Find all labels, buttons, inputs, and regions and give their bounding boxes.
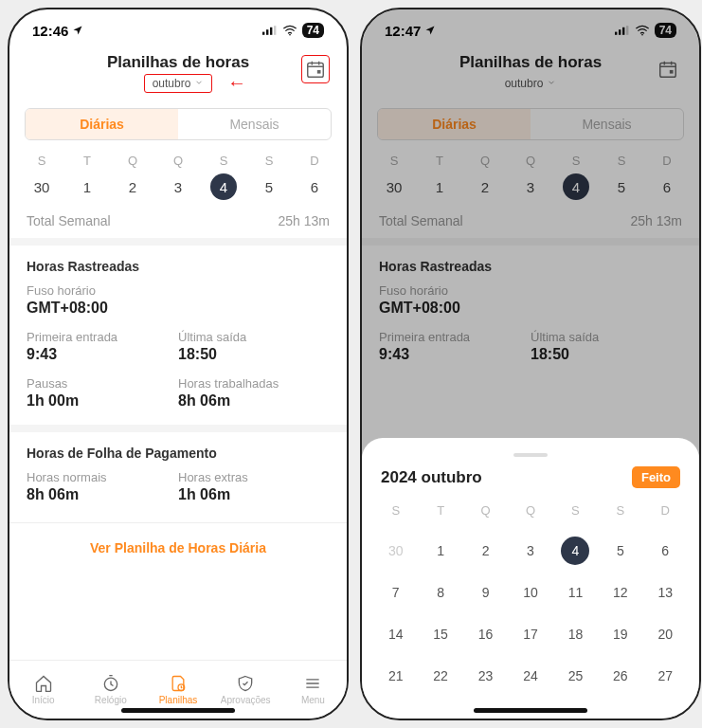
calendar-dow: S (553, 498, 598, 523)
sheet-grab-handle[interactable] (513, 453, 548, 457)
breaks-value: 1h 00m (27, 392, 178, 410)
calendar-day[interactable]: 1 (418, 537, 462, 565)
calendar-day[interactable]: 10 (508, 578, 552, 607)
wifi-icon (635, 23, 650, 39)
timezone-label: Fuso horário (27, 283, 330, 298)
home-indicator (474, 708, 587, 713)
tracked-hours-title: Horas Rastreadas (27, 259, 330, 274)
document-clock-icon (169, 674, 188, 693)
week-day[interactable]: S30 (26, 154, 58, 200)
calendar-day[interactable]: 21 (373, 662, 418, 690)
week-day-selected[interactable]: S4 (560, 154, 592, 200)
month-selector-label: outubro (505, 77, 544, 90)
calendar-day[interactable]: 11 (553, 578, 598, 607)
calendar-dow: S (373, 498, 418, 523)
calendar-day[interactable]: 26 (598, 662, 642, 690)
calendar-day[interactable]: 17 (508, 620, 552, 648)
svg-rect-1 (266, 29, 268, 35)
calendar-day[interactable]: 9 (463, 578, 508, 607)
menu-icon (303, 674, 322, 693)
week-day[interactable]: S5 (253, 154, 285, 200)
home-indicator (121, 708, 235, 713)
weekly-total-row: Total Semanal 25h 13m (9, 204, 347, 246)
week-day[interactable]: Q3 (162, 154, 194, 200)
week-day-selected[interactable]: S4 (207, 154, 240, 200)
week-day[interactable]: T1 (71, 154, 103, 200)
status-bar: 12:46 74 (9, 9, 347, 51)
tab-daily[interactable]: Diárias (378, 109, 531, 139)
week-day[interactable]: Q3 (514, 154, 547, 200)
calendar-day[interactable]: 12 (598, 578, 642, 607)
week-day[interactable]: S5 (605, 154, 638, 200)
tracked-hours-section: Horas Rastreadas Fuso horárioGMT+08:00 P… (9, 246, 347, 425)
calendar-day[interactable]: 2 (463, 537, 508, 565)
calendar-day[interactable]: 27 (643, 662, 688, 690)
calendar-day[interactable]: 16 (463, 620, 508, 648)
calendar-day[interactable]: 14 (373, 620, 418, 648)
calendar-day[interactable]: 3 (508, 537, 552, 565)
week-day[interactable]: S30 (378, 154, 410, 200)
payroll-hours-title: Horas de Folha de Pagamento (27, 446, 330, 461)
calendar-day[interactable]: 15 (418, 620, 462, 648)
week-day[interactable]: Q2 (117, 154, 149, 200)
stopwatch-icon (101, 674, 120, 693)
calendar-icon (657, 59, 678, 80)
calendar-day[interactable]: 6 (643, 537, 688, 565)
view-tabs: Diárias Mensais (25, 108, 332, 140)
last-out-label: Última saída (178, 330, 330, 344)
week-day[interactable]: T1 (423, 154, 456, 200)
timezone-label: Fuso horário (379, 283, 682, 298)
week-day[interactable]: D6 (298, 154, 331, 200)
nav-home[interactable]: Início (9, 661, 77, 719)
calendar-day[interactable]: 24 (508, 662, 552, 690)
nav-menu[interactable]: Menu (279, 661, 347, 719)
month-selector-label: outubro (153, 77, 191, 90)
week-day[interactable]: Q2 (469, 154, 501, 200)
weekly-total-value: 25h 13m (631, 213, 682, 228)
week-day[interactable]: D6 (651, 154, 683, 200)
calendar-bottom-sheet: 2024 outubro Feito S T Q Q S S D 30 1 2 … (362, 438, 699, 719)
page-header: Planilhas de horas outubro ← (9, 51, 347, 99)
calendar-day[interactable]: 20 (643, 620, 688, 648)
calendar-icon (305, 59, 326, 80)
svg-rect-9 (615, 31, 617, 34)
location-icon (424, 23, 436, 39)
calendar-day[interactable]: 7 (373, 578, 418, 607)
svg-point-4 (289, 33, 291, 35)
month-selector[interactable]: outubro (144, 74, 213, 93)
page-title: Planilhas de horas (373, 53, 688, 72)
status-time: 12:47 (385, 23, 421, 39)
tab-monthly[interactable]: Mensais (531, 109, 683, 139)
svg-rect-12 (626, 26, 628, 35)
calendar-day[interactable]: 8 (418, 578, 462, 607)
open-calendar-button[interactable] (654, 55, 682, 83)
timezone-value: GMT+08:00 (379, 300, 682, 317)
calendar-day[interactable]: 23 (463, 662, 508, 690)
calendar-day[interactable]: 22 (418, 662, 462, 690)
calendar-title: 2024 outubro (381, 468, 482, 487)
weekly-total-label: Total Semanal (27, 213, 111, 228)
calendar-grid: S T Q Q S S D 30 1 2 3 4 5 6 7 8 9 10 11… (373, 498, 688, 690)
tab-daily[interactable]: Diárias (26, 109, 178, 139)
signal-icon (615, 23, 630, 39)
calendar-day-selected[interactable]: 4 (553, 537, 598, 565)
calendar-day[interactable]: 5 (598, 537, 642, 565)
view-daily-timesheet-link[interactable]: Ver Planilha de Horas Diária (9, 522, 347, 569)
location-icon (72, 23, 83, 39)
tab-monthly[interactable]: Mensais (178, 109, 331, 139)
calendar-day[interactable]: 19 (598, 620, 642, 648)
calendar-day[interactable]: 18 (553, 620, 598, 648)
extra-hours-label: Horas extras (178, 470, 330, 484)
annotation-arrow-icon: ← (227, 72, 246, 94)
calendar-day[interactable]: 25 (553, 662, 598, 690)
done-button[interactable]: Feito (632, 466, 680, 488)
calendar-dow: Q (508, 498, 552, 523)
calendar-day-prev-month[interactable]: 30 (373, 537, 418, 565)
open-calendar-button[interactable] (301, 55, 330, 83)
calendar-day[interactable]: 13 (643, 578, 688, 607)
calendar-dow: T (418, 498, 462, 523)
svg-rect-3 (274, 26, 276, 35)
weekly-total-label: Total Semanal (379, 213, 463, 228)
wifi-icon (282, 23, 297, 39)
month-selector[interactable]: outubro (496, 74, 566, 93)
